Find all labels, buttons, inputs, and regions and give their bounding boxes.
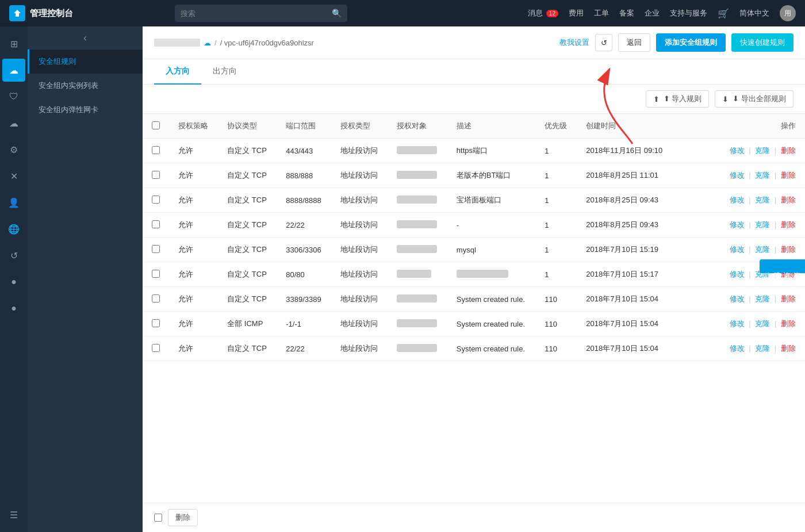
separator1: | [749,294,750,303]
nav-language[interactable]: 简体中文 [739,8,769,18]
row-checkbox[interactable] [152,270,160,278]
sidebar-icon-cloud2[interactable]: ☁ [2,112,25,135]
separator1: | [749,220,750,229]
action-delete[interactable]: 删除 [781,196,796,204]
table-row: 允许 自定义 TCP 8888/8888 地址段访问 宝塔面板端口 1 2018… [143,188,805,213]
td-authobj [388,238,447,262]
action-delete[interactable]: 删除 [781,245,796,254]
sidebar-item-instance-list[interactable]: 安全组内实例列表 [28,74,143,98]
back-button[interactable]: 返回 [618,33,650,52]
row-checkbox[interactable] [152,294,160,303]
th-desc: 描述 [447,114,535,139]
action-delete[interactable]: 删除 [781,171,796,179]
breadcrumb-link[interactable] [154,39,200,47]
tab-outbound[interactable]: 出方向 [201,59,248,85]
nav-cart[interactable]: 🛒 [718,8,729,19]
sidebar-icon-globe[interactable]: 🌐 [2,217,25,240]
td-desc: mysql [447,238,535,262]
separator1: | [749,146,750,155]
row-checkbox[interactable] [152,245,160,253]
action-delete[interactable]: 删除 [781,220,796,229]
action-delete[interactable]: 删除 [781,344,796,353]
tabs-bar: 入方向 出方向 [143,59,805,85]
sidebar-icon-circle2[interactable]: ● [2,297,25,320]
sidebar-icon-user[interactable]: 👤 [2,191,25,214]
action-edit[interactable]: 修改 [730,196,745,204]
nav-billing[interactable]: 费用 [569,8,584,18]
search-input[interactable] [181,9,332,18]
export-rules-button[interactable]: ⬇ ⬇ 导出全部规则 [715,90,793,108]
sidebar-icon-cloud[interactable]: ☁ [2,59,25,82]
th-spacer [673,114,719,139]
action-clone[interactable]: 克隆 [755,171,770,179]
action-edit[interactable]: 修改 [730,344,745,353]
action-clone[interactable]: 克隆 [755,146,770,155]
td-authtype: 地址段访问 [331,336,388,361]
avatar[interactable]: 用 [780,5,796,21]
sidebar-icon-apps[interactable]: ⊞ [2,32,25,55]
action-edit[interactable]: 修改 [730,319,745,328]
sidebar-item-security-rules[interactable]: 安全组规则 [28,49,143,74]
action-clone[interactable]: 克隆 [755,294,770,303]
bottom-select-all-checkbox[interactable] [154,514,162,522]
nav-enterprise[interactable]: 企业 [645,8,660,18]
td-policy: 允许 [169,336,218,361]
action-edit[interactable]: 修改 [730,294,745,303]
help-link[interactable]: 教我设置 [559,37,589,48]
import-rules-button[interactable]: ⬆ ⬆ 导入规则 [646,90,710,108]
action-delete[interactable]: 删除 [781,146,796,155]
sidebar-icon-refresh[interactable]: ↺ [2,244,25,267]
add-rule-button[interactable]: 添加安全组规则 [656,33,726,52]
row-checkbox[interactable] [152,146,160,154]
row-checkbox[interactable] [152,319,160,327]
action-delete[interactable]: 删除 [781,319,796,328]
td-authtype: 地址段访问 [331,287,388,312]
sidebar-icon-shield[interactable]: 🛡 [2,85,25,108]
batch-delete-button[interactable]: 删除 [168,509,198,526]
td-checkbox [143,139,169,163]
sidebar-icon-settings[interactable]: ⚙ [2,138,25,161]
action-edit[interactable]: 修改 [730,245,745,254]
row-checkbox[interactable] [152,344,160,352]
action-clone[interactable]: 克隆 [755,344,770,353]
sidebar-icon-cross[interactable]: ✕ [2,164,25,187]
action-clone[interactable]: 克隆 [755,196,770,204]
refresh-button[interactable]: ↺ [595,34,612,51]
action-clone[interactable]: 克隆 [755,319,770,328]
tab-inbound[interactable]: 入方向 [154,59,201,85]
row-checkbox[interactable] [152,171,160,179]
td-desc: System created rule. [447,336,535,361]
desc-text: 老版本的BT端口 [457,171,511,179]
right-float-tab[interactable]: 咨询建议 [760,259,805,273]
td-policy: 允许 [169,287,218,312]
separator1: | [749,245,750,254]
sidebar-icon-menu[interactable]: ☰ [2,503,25,526]
sidebar-icon-circle1[interactable]: ● [2,270,25,293]
nav-tickets[interactable]: 工单 [594,8,609,18]
action-edit[interactable]: 修改 [730,270,745,278]
select-all-checkbox[interactable] [152,121,160,129]
search-icon[interactable]: 🔍 [332,9,342,18]
nav-support[interactable]: 支持与服务 [670,8,707,18]
top-navigation: 管理控制台 🔍 消息 12 费用 工单 备案 企业 支持与服务 🛒 简体中文 用 [0,0,805,26]
th-protocol: 协议类型 [218,114,277,139]
table-row: 允许 自定义 TCP 443/443 地址段访问 https端口 1 2018年… [143,139,805,163]
action-clone[interactable]: 克隆 [755,220,770,229]
td-desc: System created rule. [447,312,535,336]
nav-messages[interactable]: 消息 12 [528,8,558,18]
nav-filing[interactable]: 备案 [619,8,634,18]
search-bar[interactable]: 🔍 [175,5,347,22]
row-checkbox[interactable] [152,220,160,228]
action-edit[interactable]: 修改 [730,146,745,155]
logo[interactable]: 管理控制台 [9,5,73,21]
action-edit[interactable]: 修改 [730,220,745,229]
action-delete[interactable]: 删除 [781,294,796,303]
sidebar-item-elastic-nic[interactable]: 安全组内弹性网卡 [28,98,143,122]
action-clone[interactable]: 克隆 [755,245,770,254]
action-edit[interactable]: 修改 [730,171,745,179]
row-checkbox[interactable] [152,196,160,204]
quick-create-button[interactable]: 快速创建规则 [731,33,793,52]
content-area: ☁ / / vpc-uf6j47ro0dgv6a9ohlzsr 教我设置 ↺ 返… [143,26,805,532]
td-action: 修改 | 克隆 | 删除 [719,188,805,213]
sidebar-collapse-btn[interactable]: ‹ [28,26,143,49]
